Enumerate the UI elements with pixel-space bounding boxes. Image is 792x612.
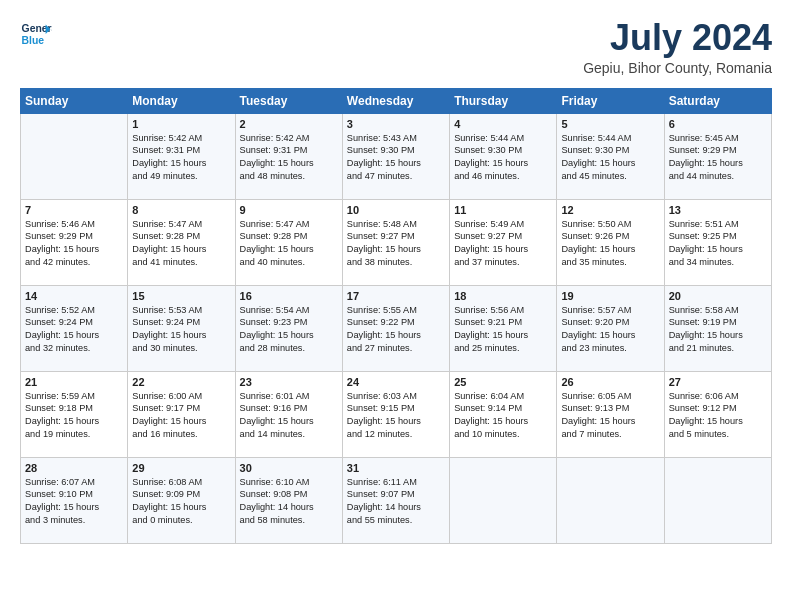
day-number: 7 [25,204,123,216]
day-number: 12 [561,204,659,216]
header-cell-monday: Monday [128,88,235,113]
day-number: 5 [561,118,659,130]
cell-details: Sunrise: 5:51 AM Sunset: 9:25 PM Dayligh… [669,218,767,270]
cell-details: Sunrise: 5:48 AM Sunset: 9:27 PM Dayligh… [347,218,445,270]
cell-details: Sunrise: 5:43 AM Sunset: 9:30 PM Dayligh… [347,132,445,184]
calendar-cell: 8Sunrise: 5:47 AM Sunset: 9:28 PM Daylig… [128,199,235,285]
header-cell-sunday: Sunday [21,88,128,113]
calendar-cell: 28Sunrise: 6:07 AM Sunset: 9:10 PM Dayli… [21,457,128,543]
title-area: July 2024 Gepiu, Bihor County, Romania [583,18,772,76]
header-area: General Blue July 2024 Gepiu, Bihor Coun… [20,18,772,76]
week-row-5: 28Sunrise: 6:07 AM Sunset: 9:10 PM Dayli… [21,457,772,543]
logo: General Blue [20,18,52,50]
calendar-cell: 26Sunrise: 6:05 AM Sunset: 9:13 PM Dayli… [557,371,664,457]
cell-details: Sunrise: 6:03 AM Sunset: 9:15 PM Dayligh… [347,390,445,442]
week-row-3: 14Sunrise: 5:52 AM Sunset: 9:24 PM Dayli… [21,285,772,371]
logo-icon: General Blue [20,18,52,50]
calendar-cell: 18Sunrise: 5:56 AM Sunset: 9:21 PM Dayli… [450,285,557,371]
cell-details: Sunrise: 6:10 AM Sunset: 9:08 PM Dayligh… [240,476,338,528]
cell-details: Sunrise: 6:06 AM Sunset: 9:12 PM Dayligh… [669,390,767,442]
week-row-4: 21Sunrise: 5:59 AM Sunset: 9:18 PM Dayli… [21,371,772,457]
header-cell-thursday: Thursday [450,88,557,113]
header-row: SundayMondayTuesdayWednesdayThursdayFrid… [21,88,772,113]
calendar-cell: 17Sunrise: 5:55 AM Sunset: 9:22 PM Dayli… [342,285,449,371]
cell-details: Sunrise: 5:57 AM Sunset: 9:20 PM Dayligh… [561,304,659,356]
cell-details: Sunrise: 6:01 AM Sunset: 9:16 PM Dayligh… [240,390,338,442]
calendar-cell: 13Sunrise: 5:51 AM Sunset: 9:25 PM Dayli… [664,199,771,285]
day-number: 22 [132,376,230,388]
calendar-cell [450,457,557,543]
day-number: 21 [25,376,123,388]
cell-details: Sunrise: 6:08 AM Sunset: 9:09 PM Dayligh… [132,476,230,528]
day-number: 31 [347,462,445,474]
calendar-cell: 4Sunrise: 5:44 AM Sunset: 9:30 PM Daylig… [450,113,557,199]
cell-details: Sunrise: 5:55 AM Sunset: 9:22 PM Dayligh… [347,304,445,356]
calendar-cell: 1Sunrise: 5:42 AM Sunset: 9:31 PM Daylig… [128,113,235,199]
calendar-cell [664,457,771,543]
day-number: 19 [561,290,659,302]
day-number: 25 [454,376,552,388]
cell-details: Sunrise: 6:00 AM Sunset: 9:17 PM Dayligh… [132,390,230,442]
calendar-cell: 21Sunrise: 5:59 AM Sunset: 9:18 PM Dayli… [21,371,128,457]
cell-details: Sunrise: 5:53 AM Sunset: 9:24 PM Dayligh… [132,304,230,356]
calendar-cell: 16Sunrise: 5:54 AM Sunset: 9:23 PM Dayli… [235,285,342,371]
day-number: 1 [132,118,230,130]
cell-details: Sunrise: 5:58 AM Sunset: 9:19 PM Dayligh… [669,304,767,356]
cell-details: Sunrise: 5:47 AM Sunset: 9:28 PM Dayligh… [132,218,230,270]
cell-details: Sunrise: 6:07 AM Sunset: 9:10 PM Dayligh… [25,476,123,528]
cell-details: Sunrise: 5:47 AM Sunset: 9:28 PM Dayligh… [240,218,338,270]
cell-details: Sunrise: 5:46 AM Sunset: 9:29 PM Dayligh… [25,218,123,270]
cell-details: Sunrise: 5:52 AM Sunset: 9:24 PM Dayligh… [25,304,123,356]
calendar-cell: 3Sunrise: 5:43 AM Sunset: 9:30 PM Daylig… [342,113,449,199]
calendar-cell: 11Sunrise: 5:49 AM Sunset: 9:27 PM Dayli… [450,199,557,285]
header-cell-saturday: Saturday [664,88,771,113]
calendar-cell: 22Sunrise: 6:00 AM Sunset: 9:17 PM Dayli… [128,371,235,457]
calendar-cell: 7Sunrise: 5:46 AM Sunset: 9:29 PM Daylig… [21,199,128,285]
page: General Blue July 2024 Gepiu, Bihor Coun… [0,0,792,554]
cell-details: Sunrise: 6:11 AM Sunset: 9:07 PM Dayligh… [347,476,445,528]
day-number: 24 [347,376,445,388]
cell-details: Sunrise: 5:44 AM Sunset: 9:30 PM Dayligh… [561,132,659,184]
day-number: 2 [240,118,338,130]
header-cell-wednesday: Wednesday [342,88,449,113]
day-number: 3 [347,118,445,130]
calendar-cell: 15Sunrise: 5:53 AM Sunset: 9:24 PM Dayli… [128,285,235,371]
calendar-cell: 9Sunrise: 5:47 AM Sunset: 9:28 PM Daylig… [235,199,342,285]
day-number: 20 [669,290,767,302]
cell-details: Sunrise: 6:04 AM Sunset: 9:14 PM Dayligh… [454,390,552,442]
day-number: 27 [669,376,767,388]
day-number: 6 [669,118,767,130]
week-row-1: 1Sunrise: 5:42 AM Sunset: 9:31 PM Daylig… [21,113,772,199]
calendar-cell [557,457,664,543]
calendar-cell: 27Sunrise: 6:06 AM Sunset: 9:12 PM Dayli… [664,371,771,457]
header-cell-tuesday: Tuesday [235,88,342,113]
day-number: 18 [454,290,552,302]
subtitle: Gepiu, Bihor County, Romania [583,60,772,76]
day-number: 30 [240,462,338,474]
calendar-cell: 23Sunrise: 6:01 AM Sunset: 9:16 PM Dayli… [235,371,342,457]
calendar-cell: 5Sunrise: 5:44 AM Sunset: 9:30 PM Daylig… [557,113,664,199]
calendar-cell: 12Sunrise: 5:50 AM Sunset: 9:26 PM Dayli… [557,199,664,285]
cell-details: Sunrise: 5:42 AM Sunset: 9:31 PM Dayligh… [132,132,230,184]
calendar-cell: 6Sunrise: 5:45 AM Sunset: 9:29 PM Daylig… [664,113,771,199]
calendar-cell: 25Sunrise: 6:04 AM Sunset: 9:14 PM Dayli… [450,371,557,457]
calendar-table: SundayMondayTuesdayWednesdayThursdayFrid… [20,88,772,544]
cell-details: Sunrise: 5:50 AM Sunset: 9:26 PM Dayligh… [561,218,659,270]
calendar-cell: 20Sunrise: 5:58 AM Sunset: 9:19 PM Dayli… [664,285,771,371]
calendar-cell [21,113,128,199]
day-number: 23 [240,376,338,388]
day-number: 4 [454,118,552,130]
week-row-2: 7Sunrise: 5:46 AM Sunset: 9:29 PM Daylig… [21,199,772,285]
svg-text:Blue: Blue [22,35,45,46]
day-number: 28 [25,462,123,474]
calendar-cell: 29Sunrise: 6:08 AM Sunset: 9:09 PM Dayli… [128,457,235,543]
cell-details: Sunrise: 5:49 AM Sunset: 9:27 PM Dayligh… [454,218,552,270]
day-number: 17 [347,290,445,302]
cell-details: Sunrise: 5:59 AM Sunset: 9:18 PM Dayligh… [25,390,123,442]
calendar-cell: 14Sunrise: 5:52 AM Sunset: 9:24 PM Dayli… [21,285,128,371]
header-cell-friday: Friday [557,88,664,113]
cell-details: Sunrise: 5:44 AM Sunset: 9:30 PM Dayligh… [454,132,552,184]
day-number: 10 [347,204,445,216]
calendar-cell: 10Sunrise: 5:48 AM Sunset: 9:27 PM Dayli… [342,199,449,285]
day-number: 11 [454,204,552,216]
